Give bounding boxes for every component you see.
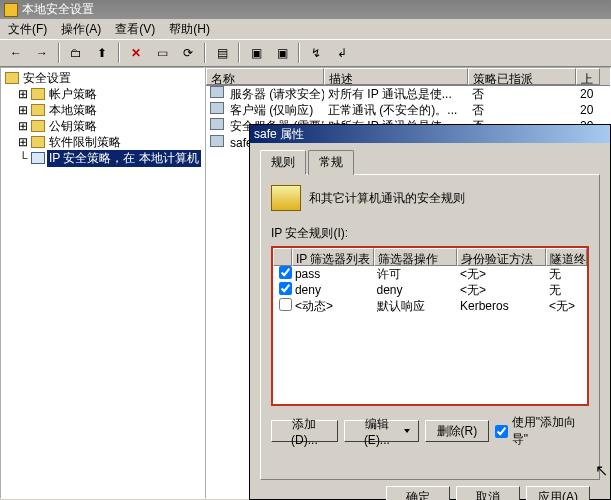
dialog-title: safe 属性 [254, 126, 304, 143]
tree-root[interactable]: 安全设置 [3, 70, 202, 86]
cancel-button[interactable]: 取消 [456, 486, 520, 500]
col-tunnel[interactable]: 隧道终 [546, 248, 587, 266]
menu-file[interactable]: 文件(F) [2, 19, 53, 40]
col-assigned[interactable]: 策略已指派 [468, 68, 576, 85]
tree-item-label: 软件限制策略 [47, 134, 123, 151]
menubar: 文件(F) 操作(A) 查看(V) 帮助(H) [0, 19, 611, 39]
cell-action: 许可 [374, 266, 457, 283]
dialog-footer: 确定 取消 应用(A) [260, 486, 600, 500]
tree-pane[interactable]: 安全设置 ⊞帐户策略⊞本地策略⊞公钥策略⊞软件限制策略 └ IP 安全策略，在 … [0, 67, 205, 499]
col-auth[interactable]: 身份验证方法 [457, 248, 546, 266]
rules-header: IP 筛选器列表 筛选器操作 身份验证方法 隧道终 [273, 248, 587, 266]
ok-button[interactable]: 确定 [386, 486, 450, 500]
folder-icon [31, 104, 45, 116]
cell-assigned: 否 [468, 86, 576, 103]
cell-tunnel: 无 [546, 266, 587, 283]
col-desc[interactable]: 描述 [324, 68, 468, 85]
tree-twig: └ [17, 151, 29, 165]
tree-item[interactable]: ⊞公钥策略 [3, 118, 202, 134]
cell-auth: <无> [457, 266, 546, 283]
back-button[interactable]: ← [4, 42, 28, 64]
list-header: 名称 描述 策略已指派 上 [206, 68, 610, 86]
col-filter[interactable]: IP 筛选器列表 [292, 248, 374, 266]
rule-checkbox[interactable] [279, 282, 292, 295]
cell-tunnel: 无 [546, 282, 587, 299]
rules-label: IP 安全规则(I): [271, 225, 589, 242]
cell-desc: 对所有 IP 通讯总是使... [324, 86, 468, 103]
toolbar-separator [238, 43, 240, 63]
rule-row[interactable]: denydeny<无>无 [273, 282, 587, 298]
expand-icon[interactable]: ⊞ [17, 87, 29, 101]
cell-auth: Kerberos [457, 299, 546, 313]
folder-icon [31, 88, 45, 100]
cell-filter: deny [292, 283, 374, 297]
remove-button[interactable]: 删除(R) [425, 420, 489, 442]
col-name[interactable]: 名称 [206, 68, 324, 85]
cell-name: 客户端 (仅响应) [206, 102, 324, 119]
list-row[interactable]: 服务器 (请求安全)对所有 IP 通讯总是使...否20 [206, 86, 610, 102]
expand-icon[interactable]: ⊞ [17, 119, 29, 133]
rule-checkbox[interactable] [279, 266, 292, 279]
ipsec-icon [31, 152, 45, 164]
tab-general[interactable]: 常规 [308, 150, 354, 175]
wizard-checkbox[interactable] [495, 425, 508, 438]
delete-button[interactable]: ✕ [124, 42, 148, 64]
policy-icon [210, 86, 224, 98]
up-button[interactable]: ⬆ [90, 42, 114, 64]
properties-dialog: safe 属性 规则 常规 和其它计算机通讯的安全规则 IP 安全规则(I): … [249, 124, 611, 500]
rule-row[interactable]: <动态>默认响应Kerberos<无> [273, 298, 587, 314]
rules-listbox[interactable]: IP 筛选器列表 筛选器操作 身份验证方法 隧道终 pass许可<无>无deny… [271, 246, 589, 406]
toolbar: ← → 🗀 ⬆ ✕ ▭ ⟳ ▤ ▣ ▣ ↯ ↲ [0, 39, 611, 67]
tree: 安全设置 ⊞帐户策略⊞本地策略⊞公钥策略⊞软件限制策略 └ IP 安全策略，在 … [1, 68, 204, 168]
expand-icon[interactable]: ⊞ [17, 103, 29, 117]
tab-panel: 和其它计算机通讯的安全规则 IP 安全规则(I): IP 筛选器列表 筛选器操作… [260, 174, 600, 480]
add-button[interactable]: 添加(D)... [271, 420, 338, 442]
action1-button[interactable]: ▣ [244, 42, 268, 64]
col-check[interactable] [273, 248, 292, 266]
col-last[interactable]: 上 [576, 68, 600, 85]
tabstrip: 规则 常规 [260, 150, 600, 175]
dialog-titlebar[interactable]: safe 属性 [250, 125, 610, 143]
properties-button[interactable]: ▭ [150, 42, 174, 64]
rule-row[interactable]: pass许可<无>无 [273, 266, 587, 282]
tree-item-label: 公钥策略 [47, 118, 99, 135]
main-titlebar: 本地安全设置 [0, 0, 611, 19]
tree-item-ipsec[interactable]: └ IP 安全策略，在 本地计算机 [3, 150, 202, 166]
tree-item-label: IP 安全策略，在 本地计算机 [47, 150, 201, 167]
tree-item[interactable]: ⊞软件限制策略 [3, 134, 202, 150]
action4-button[interactable]: ↲ [330, 42, 354, 64]
cell-filter: <动态> [292, 298, 374, 315]
col-action[interactable]: 筛选器操作 [374, 248, 457, 266]
action2-button[interactable]: ▣ [270, 42, 294, 64]
wizard-checkbox-label: 使用"添加向导" [512, 414, 589, 448]
tree-item[interactable]: ⊞帐户策略 [3, 86, 202, 102]
action3-button[interactable]: ↯ [304, 42, 328, 64]
chevron-down-icon [404, 429, 410, 433]
export-button[interactable]: ▤ [210, 42, 234, 64]
apply-button[interactable]: 应用(A) [526, 486, 590, 500]
menu-view[interactable]: 查看(V) [109, 19, 161, 40]
refresh-button[interactable]: ⟳ [176, 42, 200, 64]
cell-last: 20 [576, 87, 600, 101]
list-row[interactable]: 客户端 (仅响应)正常通讯 (不安全的)。...否20 [206, 102, 610, 118]
edit-button[interactable]: 编辑(E)... [344, 420, 419, 442]
cell-assigned: 否 [468, 102, 576, 119]
forward-button[interactable]: → [30, 42, 54, 64]
cell-action: 默认响应 [374, 298, 457, 315]
wizard-checkbox-wrap[interactable]: 使用"添加向导" [495, 414, 589, 448]
tree-item-label: 本地策略 [47, 102, 99, 119]
cell-filter: pass [292, 267, 374, 281]
app-icon [4, 3, 18, 17]
rule-checkbox[interactable] [279, 298, 292, 311]
security-icon [5, 72, 19, 84]
policy-icon [210, 135, 224, 147]
expand-icon[interactable]: ⊞ [17, 135, 29, 149]
tree-item[interactable]: ⊞本地策略 [3, 102, 202, 118]
tab-rules[interactable]: 规则 [260, 150, 306, 175]
menu-action[interactable]: 操作(A) [55, 19, 107, 40]
folder-button[interactable]: 🗀 [64, 42, 88, 64]
menu-help[interactable]: 帮助(H) [163, 19, 216, 40]
folder-icon [31, 136, 45, 148]
toolbar-separator [118, 43, 120, 63]
tree-root-label: 安全设置 [21, 70, 73, 87]
